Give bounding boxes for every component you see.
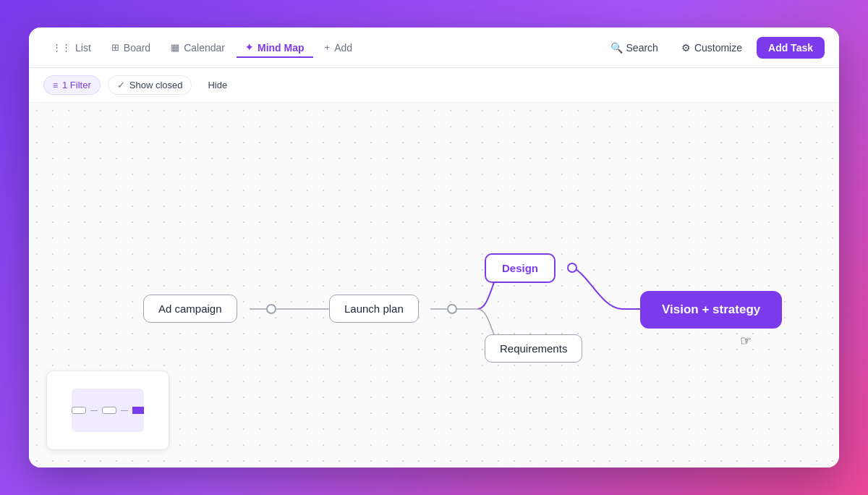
- minimap-line-2: [121, 410, 129, 411]
- board-icon: ⊞: [111, 42, 119, 53]
- add-task-label: Add Task: [768, 42, 813, 54]
- tab-calendar-label: Calendar: [184, 42, 225, 54]
- search-icon: 🔍: [610, 42, 623, 54]
- tab-list[interactable]: ⋮⋮ List: [43, 38, 100, 58]
- customize-button[interactable]: ⚙ Customize: [673, 38, 751, 58]
- hide-button[interactable]: Hide: [199, 76, 236, 94]
- node-requirements[interactable]: Requirements: [485, 334, 582, 363]
- show-closed-label: Show closed: [129, 80, 183, 90]
- connector-dot-2: [447, 304, 457, 314]
- node-launch-plan[interactable]: Launch plan: [329, 295, 419, 323]
- minimap-line-1: [90, 410, 98, 411]
- minimap[interactable]: [46, 371, 169, 450]
- node-ad-campaign[interactable]: Ad campaign: [143, 295, 237, 323]
- hide-label: Hide: [208, 80, 227, 90]
- add-task-button[interactable]: Add Task: [757, 37, 825, 59]
- gear-icon: ⚙: [681, 42, 691, 54]
- node-vision-strategy[interactable]: Vision + strategy: [640, 291, 782, 329]
- filter-button[interactable]: ≡ 1 Filter: [43, 75, 101, 95]
- calendar-icon: ▦: [171, 42, 179, 53]
- search-label: Search: [626, 42, 658, 54]
- connector-dot-3: [567, 263, 577, 273]
- tab-add-label: Add: [334, 42, 352, 54]
- show-closed-button[interactable]: ✓ Show closed: [108, 75, 192, 95]
- navbar: ⋮⋮ List ⊞ Board ▦ Calendar ✦ Mind Map + …: [29, 28, 839, 68]
- minimap-node-2: [102, 407, 116, 414]
- minimap-node-1: [72, 407, 86, 414]
- node-design-label: Design: [502, 262, 538, 274]
- mindmap-icon: ✦: [245, 42, 253, 53]
- search-button[interactable]: 🔍 Search: [602, 38, 667, 58]
- filter-icon: ≡: [53, 80, 58, 90]
- node-ad-campaign-label: Ad campaign: [158, 302, 222, 315]
- toolbar: ≡ 1 Filter ✓ Show closed Hide: [29, 68, 839, 103]
- check-circle-icon: ✓: [117, 80, 125, 90]
- node-launch-plan-label: Launch plan: [344, 302, 404, 315]
- minimap-node-highlighted: [132, 407, 144, 414]
- tab-mindmap-label: Mind Map: [258, 42, 305, 54]
- tab-list-label: List: [75, 42, 91, 54]
- node-requirements-label: Requirements: [500, 342, 567, 355]
- filter-label: 1 Filter: [62, 80, 91, 90]
- mind-map-canvas[interactable]: Ad campaign Launch plan Design Requireme…: [29, 103, 839, 468]
- plus-icon: +: [325, 42, 331, 53]
- customize-label: Customize: [694, 42, 742, 54]
- tab-board[interactable]: ⊞ Board: [103, 38, 159, 58]
- connector-dot-1: [266, 304, 276, 314]
- node-vision-strategy-label: Vision + strategy: [662, 302, 760, 317]
- list-icon: ⋮⋮: [52, 42, 71, 53]
- cursor: ☞: [740, 333, 752, 349]
- tab-mindmap[interactable]: ✦ Mind Map: [237, 38, 313, 58]
- node-design[interactable]: Design: [485, 253, 556, 283]
- app-window: ⋮⋮ List ⊞ Board ▦ Calendar ✦ Mind Map + …: [29, 28, 839, 468]
- tab-board-label: Board: [124, 42, 150, 54]
- tab-add[interactable]: + Add: [316, 38, 362, 58]
- minimap-content: [72, 389, 144, 432]
- tab-calendar[interactable]: ▦ Calendar: [162, 38, 234, 58]
- nav-right: 🔍 Search ⚙ Customize Add Task: [602, 37, 825, 59]
